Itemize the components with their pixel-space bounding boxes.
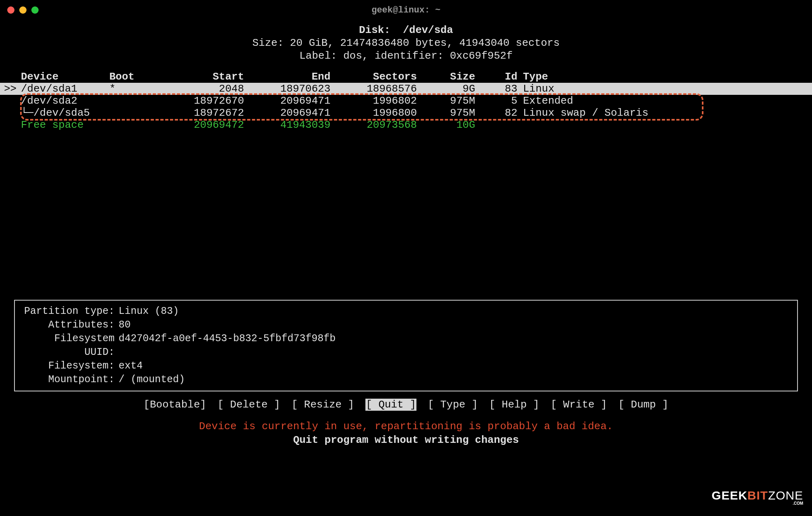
cell-sectors: 20973568	[330, 119, 417, 131]
info-fsuuid-label: Filesystem UUID:	[19, 332, 119, 359]
table-row[interactable]: /dev/sda218972670209694711996802975M5Ext…	[0, 95, 812, 107]
col-end: End	[244, 71, 330, 83]
cell-sectors: 1996800	[330, 107, 417, 119]
col-type: Type	[517, 71, 808, 83]
cell-type: Linux swap / Solaris	[517, 107, 808, 119]
col-id: Id	[475, 71, 517, 83]
cell-id: 82	[475, 107, 517, 119]
cell-cursor	[4, 107, 21, 119]
table-row[interactable]: └─/dev/sda518972672209694711996800975M82…	[0, 107, 812, 119]
menu-write[interactable]: [ Write ]	[551, 399, 607, 411]
cell-type: Linux	[517, 83, 808, 95]
cell-end: 20969471	[244, 107, 330, 119]
action-menu: [Bootable][ Delete ][ Resize ][ Quit ][ …	[0, 399, 812, 411]
table-row[interactable]: Free space20969472419430392097356810G	[0, 119, 812, 131]
cell-end: 18970623	[244, 83, 330, 95]
warning-message: Device is currently in use, repartitioni…	[0, 420, 812, 432]
info-fsuuid: d427042f-a0ef-4453-b832-5fbfd73f98fb	[119, 332, 336, 359]
cell-start: 18972672	[158, 107, 244, 119]
info-partition-type: Linux (83)	[119, 305, 179, 318]
disk-path: /dev/sda	[403, 24, 453, 36]
cell-start: 20969472	[158, 119, 244, 131]
menu-resize[interactable]: [ Resize ]	[291, 399, 354, 411]
col-sectors: Sectors	[330, 71, 417, 83]
window-title: geek@linux: ~	[371, 5, 441, 15]
cell-start: 18972670	[158, 95, 244, 107]
col-boot: Boot	[109, 71, 158, 83]
cell-sectors: 1996802	[330, 95, 417, 107]
maximize-icon[interactable]	[31, 6, 39, 14]
window-titlebar: geek@linux: ~	[0, 0, 812, 20]
table-header: Device Boot Start End Sectors Size Id Ty…	[0, 71, 812, 83]
cell-id: 5	[475, 95, 517, 107]
cell-type: Extended	[517, 95, 808, 107]
watermark-logo: GEEKBITZONE .COM	[712, 489, 803, 506]
info-mountpoint-label: Mountpoint:	[19, 373, 119, 387]
cell-size: 975M	[417, 95, 475, 107]
cell-device: /dev/sda1	[21, 83, 109, 95]
menu-quit[interactable]: [ Quit ]	[365, 399, 416, 411]
menu-bootable[interactable]: [Bootable]	[144, 399, 206, 411]
disk-header: Disk: /dev/sda	[0, 24, 812, 36]
cell-cursor: >>	[4, 83, 21, 95]
partition-info-box: Partition type:Linux (83) Attributes:80 …	[14, 300, 798, 391]
table-row[interactable]: >>/dev/sda1*204818970623189685769G83Linu…	[0, 83, 812, 95]
cell-cursor	[4, 119, 21, 131]
disk-label: Disk:	[359, 24, 390, 36]
disk-label-line: Label: dos, identifier: 0xc69f952f	[0, 50, 812, 62]
info-attributes-label: Attributes:	[19, 318, 119, 332]
cell-boot	[109, 119, 158, 131]
cell-end: 20969471	[244, 95, 330, 107]
close-icon[interactable]	[7, 6, 14, 14]
disk-size-line: Size: 20 GiB, 21474836480 bytes, 4194304…	[0, 37, 812, 49]
menu-help[interactable]: [ Help ]	[489, 399, 539, 411]
cell-device: └─/dev/sda5	[21, 107, 109, 119]
cell-device: Free space	[21, 119, 109, 131]
cell-device: /dev/sda2	[21, 95, 109, 107]
cell-size: 9G	[417, 83, 475, 95]
hint-message: Quit program without writing changes	[0, 434, 812, 446]
window-traffic-lights	[7, 6, 39, 14]
cell-sectors: 18968576	[330, 83, 417, 95]
cell-size: 975M	[417, 107, 475, 119]
col-device: Device	[21, 71, 109, 83]
partition-table: Device Boot Start End Sectors Size Id Ty…	[0, 71, 812, 131]
info-filesystem-label: Filesystem:	[19, 359, 119, 373]
cell-boot: *	[109, 83, 158, 95]
menu-dump[interactable]: [ Dump ]	[618, 399, 668, 411]
minimize-icon[interactable]	[19, 6, 27, 14]
cell-id	[475, 119, 517, 131]
info-partition-type-label: Partition type:	[19, 305, 119, 318]
col-size: Size	[417, 71, 475, 83]
menu-delete[interactable]: [ Delete ]	[217, 399, 280, 411]
info-filesystem: ext4	[119, 359, 143, 373]
cell-end: 41943039	[244, 119, 330, 131]
info-attributes: 80	[119, 318, 131, 332]
cell-cursor	[4, 95, 21, 107]
cell-type	[517, 119, 808, 131]
col-start: Start	[158, 71, 244, 83]
cell-boot	[109, 95, 158, 107]
cell-id: 83	[475, 83, 517, 95]
info-mountpoint: / (mounted)	[119, 373, 185, 387]
cell-boot	[109, 107, 158, 119]
cell-start: 2048	[158, 83, 244, 95]
cell-size: 10G	[417, 119, 475, 131]
menu-type[interactable]: [ Type ]	[428, 399, 478, 411]
